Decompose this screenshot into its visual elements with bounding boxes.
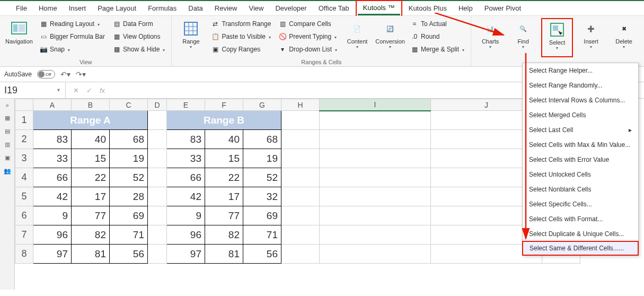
panel-icon-3[interactable]: ▥: [5, 141, 10, 148]
cell[interactable]: 17: [72, 187, 110, 206]
panel-icon-1[interactable]: ▦: [5, 115, 10, 121]
panel-icon-4[interactable]: ▣: [5, 154, 10, 161]
menu-item[interactable]: Select Cells with Format...: [523, 212, 638, 227]
cell[interactable]: 42: [167, 187, 205, 206]
row-header-4[interactable]: 4: [15, 168, 33, 187]
tab-file[interactable]: File: [11, 2, 32, 14]
cell[interactable]: 56: [243, 245, 281, 264]
cell[interactable]: 81: [205, 245, 243, 264]
menu-item[interactable]: Select Interval Rows & Columns...: [523, 93, 638, 108]
menu-item[interactable]: Select Merged Cells: [523, 108, 638, 123]
compare-cells-button[interactable]: ▥Compare Cells: [276, 18, 339, 30]
col-header-C[interactable]: C: [110, 99, 148, 111]
row-header-8[interactable]: 8: [15, 245, 33, 264]
format-button[interactable]: ▦Format: [642, 31, 644, 42]
cell[interactable]: 15: [72, 149, 110, 168]
tab-developer[interactable]: Developer: [270, 2, 312, 14]
navigation-button[interactable]: Navigation: [4, 18, 34, 55]
tab-formulas[interactable]: Formulas: [143, 2, 182, 14]
delete-button[interactable]: ✖Delete: [609, 18, 639, 55]
bigger-formula-button[interactable]: ▭Bigger Formula Bar: [37, 31, 107, 42]
copy-ranges-button[interactable]: ▣Copy Ranges: [209, 43, 273, 55]
tab-insert[interactable]: Insert: [64, 2, 92, 14]
cell[interactable]: 33: [167, 149, 205, 168]
cell[interactable]: 97: [33, 245, 72, 264]
panel-icon-2[interactable]: ▤: [5, 128, 10, 135]
content-button[interactable]: 📄Content: [342, 18, 372, 55]
row-header-6[interactable]: 6: [15, 206, 33, 225]
round-button[interactable]: .0Round: [408, 31, 466, 42]
cell[interactable]: 71: [110, 225, 148, 245]
transform-range-button[interactable]: ⇄Transform Range: [209, 18, 273, 30]
tab-kutools-plus[interactable]: Kutools Plus: [403, 2, 452, 14]
menu-item[interactable]: Select Unlocked Cells: [523, 167, 638, 182]
cell[interactable]: 69: [110, 206, 148, 225]
cell[interactable]: 97: [167, 245, 205, 264]
cell[interactable]: 52: [110, 168, 148, 187]
cell[interactable]: 42: [33, 187, 72, 206]
col-header-E[interactable]: E: [167, 99, 205, 111]
conversion-button[interactable]: 🔄Conversion: [375, 18, 405, 55]
menu-item[interactable]: Select Cells with Max & Min Value...: [523, 137, 638, 152]
range-button[interactable]: Range: [176, 18, 206, 55]
cell[interactable]: 69: [243, 206, 281, 225]
cell[interactable]: 83: [167, 130, 205, 149]
expand-icon[interactable]: »: [5, 102, 8, 108]
menu-item[interactable]: Select Duplicate & Unique Cells...: [523, 227, 638, 241]
prevent-typing-button[interactable]: 🚫Prevent Typing: [276, 31, 339, 42]
menu-item[interactable]: Select Range Randomly...: [523, 78, 638, 93]
data-form-button[interactable]: ▤Data Form: [110, 18, 167, 30]
col-header-I[interactable]: I: [320, 99, 431, 111]
cell[interactable]: 66: [33, 168, 72, 187]
merge-split-button[interactable]: ▦Merge & Split: [408, 43, 466, 55]
cell[interactable]: 9: [33, 206, 72, 225]
cell[interactable]: 77: [205, 206, 243, 225]
col-header-B[interactable]: B: [72, 99, 110, 111]
tab-kutools[interactable]: Kutools ™: [358, 2, 400, 15]
menu-item[interactable]: Select Cells with Error Value: [523, 152, 638, 167]
col-header-H[interactable]: H: [281, 99, 320, 111]
insert-button[interactable]: ➕Insert: [576, 18, 606, 55]
cell[interactable]: 56: [110, 245, 148, 264]
tab-data[interactable]: Data: [183, 2, 208, 14]
cell[interactable]: 66: [167, 168, 205, 187]
to-actual-button[interactable]: =To Actual: [408, 18, 466, 30]
panel-icon-5[interactable]: 👥: [4, 168, 11, 175]
row-header-5[interactable]: 5: [15, 187, 33, 206]
row-header-7[interactable]: 7: [15, 225, 33, 245]
col-header-G[interactable]: G: [243, 99, 281, 111]
row-header-1[interactable]: 1: [15, 111, 33, 130]
cell[interactable]: 15: [205, 149, 243, 168]
reading-layout-button[interactable]: ▦Reading Layout: [37, 18, 107, 30]
cancel-formula-icon[interactable]: ✕: [73, 86, 79, 94]
cell[interactable]: 9: [167, 206, 205, 225]
snap-button[interactable]: 📷Snap: [37, 43, 107, 55]
cell[interactable]: 19: [243, 149, 281, 168]
tab-home[interactable]: Home: [33, 2, 63, 14]
paste-visible-button[interactable]: 📋Paste to Visible: [209, 31, 273, 42]
menu-item[interactable]: Select Specific Cells...: [523, 197, 638, 212]
cell[interactable]: 77: [72, 206, 110, 225]
charts-button[interactable]: 📊Charts: [475, 18, 505, 55]
menu-item[interactable]: Select Nonblank Cells: [523, 182, 638, 197]
select-button[interactable]: Select: [542, 19, 572, 56]
redo-button[interactable]: ↷▾: [76, 70, 86, 79]
menu-item[interactable]: Select Same & Different Cells......: [522, 241, 639, 256]
undo-button[interactable]: ↶▾: [60, 70, 70, 79]
tab-help[interactable]: Help: [453, 2, 478, 14]
cell[interactable]: 40: [205, 130, 243, 149]
text-button[interactable]: TText: [642, 18, 644, 30]
col-header-A[interactable]: A: [33, 99, 72, 111]
row-header-2[interactable]: 2: [15, 130, 33, 149]
menu-item[interactable]: Select Last Cell▸: [523, 123, 638, 137]
show-hide-button[interactable]: ▩Show & Hide: [110, 43, 167, 55]
autosave-toggle[interactable]: Off: [37, 70, 55, 79]
cell[interactable]: 22: [205, 168, 243, 187]
find-button[interactable]: 🔍Find: [508, 18, 538, 55]
tab-review[interactable]: Review: [209, 2, 243, 14]
link-button[interactable]: 🔗Link: [642, 43, 644, 55]
col-header-D[interactable]: D: [148, 99, 167, 111]
cell[interactable]: 22: [72, 168, 110, 187]
cell[interactable]: 28: [110, 187, 148, 206]
fx-icon[interactable]: fx: [100, 86, 105, 94]
